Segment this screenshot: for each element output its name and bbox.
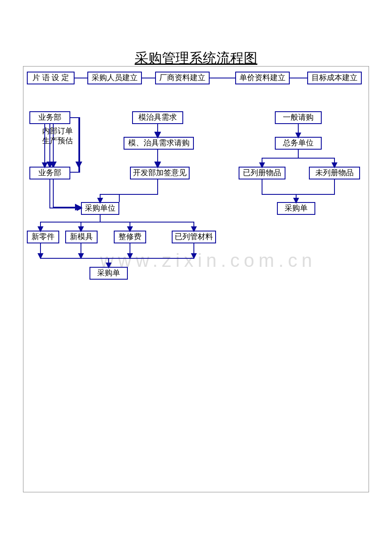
node-mold-need: 模治具需求 bbox=[132, 111, 183, 124]
node-dev-sign: 开发部加签意见 bbox=[130, 167, 190, 179]
watermark: www.zixin.com.cn bbox=[100, 250, 316, 271]
node-vendor-setup: 厂商资料建立 bbox=[155, 72, 210, 84]
node-new-part: 新零件 bbox=[27, 231, 59, 243]
node-repair: 整修费 bbox=[114, 231, 146, 243]
flowchart-canvas: www.zixin.com.cn bbox=[23, 66, 369, 492]
node-general-req: 一般请购 bbox=[275, 111, 322, 124]
node-unitprice-setup: 单价资料建立 bbox=[235, 72, 290, 84]
node-listed-item: 已列册物品 bbox=[239, 167, 285, 179]
node-po-right: 采购单 bbox=[277, 202, 315, 215]
node-unlisted-item: 未列册物品 bbox=[309, 167, 360, 179]
node-listed-material: 已列管材料 bbox=[172, 231, 216, 243]
label-internal-order: 内部订单 生产预估 bbox=[36, 126, 79, 146]
node-new-mold: 新模具 bbox=[65, 231, 98, 243]
node-mold-request: 模、治具需求请购 bbox=[124, 137, 194, 150]
node-business-2: 业务部 bbox=[29, 167, 70, 179]
node-purchase-unit: 采购单位 bbox=[81, 202, 119, 215]
page-title: 采购管理系统流程图 bbox=[0, 49, 392, 68]
node-affairs: 总务单位 bbox=[275, 137, 322, 150]
node-phrase-setting: 片 语 设 定 bbox=[27, 72, 75, 84]
node-purchaser-setup: 采购人员建立 bbox=[87, 72, 142, 84]
node-targetcost-setup: 目标成本建立 bbox=[307, 72, 362, 84]
node-business-1: 业务部 bbox=[29, 111, 70, 124]
node-po-left: 采购单 bbox=[89, 267, 128, 280]
